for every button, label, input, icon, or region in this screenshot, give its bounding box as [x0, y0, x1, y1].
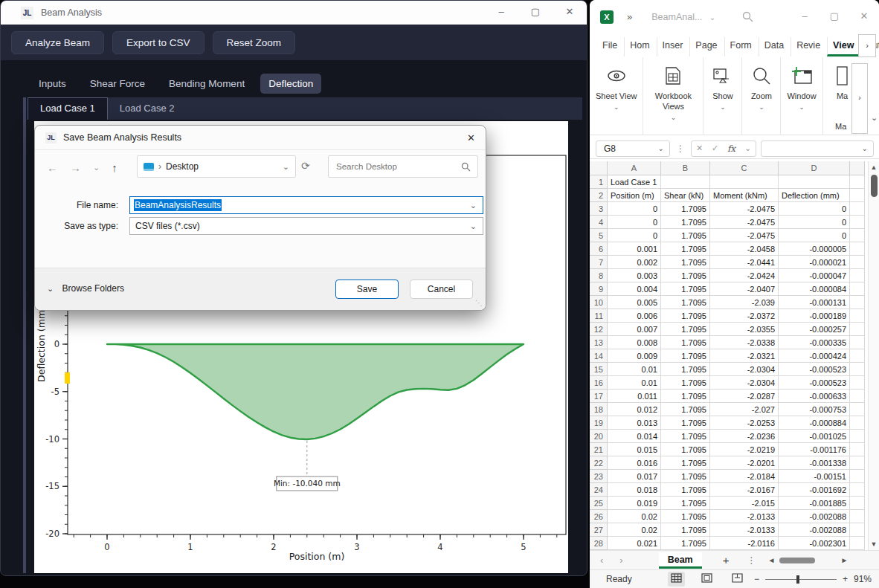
- cell[interactable]: -0.000021: [779, 256, 850, 269]
- row-number[interactable]: 19: [590, 416, 608, 430]
- cell[interactable]: [710, 175, 779, 189]
- tab-inputs[interactable]: Inputs: [30, 74, 74, 94]
- scroll-down-icon[interactable]: ▼: [869, 538, 879, 550]
- cell[interactable]: 1.7095: [661, 363, 710, 376]
- cell[interactable]: 0: [779, 216, 850, 229]
- column-header-a[interactable]: A: [608, 161, 661, 175]
- cell[interactable]: 0.005: [608, 296, 661, 309]
- cell[interactable]: -2.0133: [710, 523, 779, 537]
- cell[interactable]: -2.0407: [710, 282, 779, 296]
- cell[interactable]: 1.7095: [661, 443, 710, 456]
- cell[interactable]: 1.7095: [661, 390, 710, 403]
- cell[interactable]: -0.000753: [779, 403, 850, 416]
- cell[interactable]: 0.003: [608, 269, 661, 282]
- cell[interactable]: -2.039: [710, 296, 779, 309]
- cell[interactable]: -0.000084: [779, 282, 850, 296]
- cell[interactable]: [850, 483, 865, 497]
- cell[interactable]: 1.7095: [661, 470, 710, 483]
- excel-doc-title[interactable]: BeamAnal... ⌄: [651, 12, 715, 22]
- cell[interactable]: [850, 510, 865, 523]
- address-bar[interactable]: › Desktop ⌄: [137, 155, 296, 178]
- cell[interactable]: 0.001: [608, 242, 661, 256]
- scroll-up-icon[interactable]: ▲: [869, 161, 879, 173]
- row-number[interactable]: 9: [590, 282, 608, 296]
- row-number[interactable]: 17: [590, 390, 608, 403]
- cell[interactable]: -2.0372: [710, 309, 779, 323]
- refresh-icon[interactable]: ⟳: [301, 160, 310, 172]
- row-number[interactable]: 12: [590, 323, 608, 336]
- cell[interactable]: -2.0475: [710, 216, 779, 229]
- cell[interactable]: -0.002088: [779, 523, 850, 537]
- row-number[interactable]: 6: [590, 242, 608, 256]
- cell[interactable]: 1.7095: [661, 483, 710, 497]
- cell[interactable]: -2.0116: [710, 537, 779, 550]
- cell[interactable]: -0.000131: [779, 296, 850, 309]
- formula-bar-dots-icon[interactable]: ⋮: [676, 143, 685, 154]
- cancel-entry-icon[interactable]: ✕: [696, 143, 703, 153]
- search-box[interactable]: Search Desktop: [328, 155, 478, 178]
- save-as-type-combo[interactable]: CSV files (*.csv) ⌄: [129, 217, 483, 235]
- cell[interactable]: 0.002: [608, 256, 661, 269]
- cell[interactable]: -0.00151: [779, 470, 850, 483]
- cell[interactable]: -2.0355: [710, 323, 779, 336]
- cell[interactable]: 1.7095: [661, 430, 710, 443]
- recent-locations-icon[interactable]: ⌄: [93, 163, 100, 172]
- ribbon-group-zoom[interactable]: Zoom ⌄: [742, 57, 781, 135]
- row-number[interactable]: 1: [590, 175, 608, 189]
- minimize-icon[interactable]: –: [790, 4, 820, 30]
- tab-bending-moment[interactable]: Bending Moment: [161, 74, 253, 94]
- cell[interactable]: -2.015: [710, 497, 779, 510]
- search-icon[interactable]: [742, 11, 753, 22]
- cell[interactable]: [850, 242, 865, 256]
- cell[interactable]: 0.004: [608, 282, 661, 296]
- ribbon-group-sheet-view[interactable]: Sheet View ⌄: [590, 57, 643, 135]
- cell[interactable]: -0.000047: [779, 269, 850, 282]
- cell[interactable]: [850, 376, 865, 390]
- ribbon-group-show[interactable]: Show ⌄: [703, 57, 742, 135]
- cell[interactable]: -2.0338: [710, 336, 779, 349]
- cell[interactable]: 1.7095: [661, 269, 710, 282]
- cell[interactable]: -2.0475: [710, 229, 779, 242]
- row-number[interactable]: 26: [590, 510, 608, 523]
- cell[interactable]: 0.02: [608, 523, 661, 537]
- cell[interactable]: [779, 175, 850, 189]
- cell[interactable]: -0.001025: [779, 430, 850, 443]
- ribbon-tab-data[interactable]: Data: [759, 37, 789, 56]
- vertical-scrollbar[interactable]: ▲ ▼: [868, 161, 879, 550]
- cell[interactable]: Moment (kNm): [710, 189, 779, 202]
- cell[interactable]: -2.0236: [710, 430, 779, 443]
- cell[interactable]: 0: [608, 216, 661, 229]
- cancel-button[interactable]: Cancel: [410, 280, 473, 299]
- row-number[interactable]: 25: [590, 497, 608, 510]
- cell[interactable]: [850, 363, 865, 376]
- scroll-left-icon[interactable]: ◄: [768, 556, 776, 564]
- zoom-slider-thumb[interactable]: [796, 575, 799, 584]
- cell[interactable]: 0.012: [608, 403, 661, 416]
- tab-shear-force[interactable]: Shear Force: [82, 74, 153, 94]
- formula-input[interactable]: ⌄: [761, 140, 874, 157]
- cell[interactable]: 1.7095: [661, 229, 710, 242]
- formula-expand-icon[interactable]: ⌄: [862, 144, 868, 152]
- cell[interactable]: 0.014: [608, 430, 661, 443]
- cell[interactable]: -0.001692: [779, 483, 850, 497]
- cell[interactable]: [850, 189, 865, 202]
- cell[interactable]: [850, 269, 865, 282]
- cell[interactable]: [850, 202, 865, 216]
- cell[interactable]: -0.000884: [779, 416, 850, 430]
- cell[interactable]: -0.001338: [779, 456, 850, 470]
- cell[interactable]: [850, 256, 865, 269]
- address-dropdown-icon[interactable]: ⌄: [283, 162, 289, 172]
- cell[interactable]: -2.0253: [710, 416, 779, 430]
- cell[interactable]: 0: [608, 229, 661, 242]
- cell[interactable]: [850, 323, 865, 336]
- cell[interactable]: -2.0441: [710, 256, 779, 269]
- row-number[interactable]: 10: [590, 296, 608, 309]
- cell[interactable]: [850, 416, 865, 430]
- cell[interactable]: [850, 309, 865, 323]
- minimize-icon[interactable]: –: [484, 1, 518, 25]
- cell[interactable]: [850, 336, 865, 349]
- cell[interactable]: -2.0304: [710, 376, 779, 390]
- address-location[interactable]: Desktop: [166, 161, 199, 172]
- tab-load-case-2[interactable]: Load Case 2: [108, 98, 187, 120]
- cell[interactable]: 1.7095: [661, 336, 710, 349]
